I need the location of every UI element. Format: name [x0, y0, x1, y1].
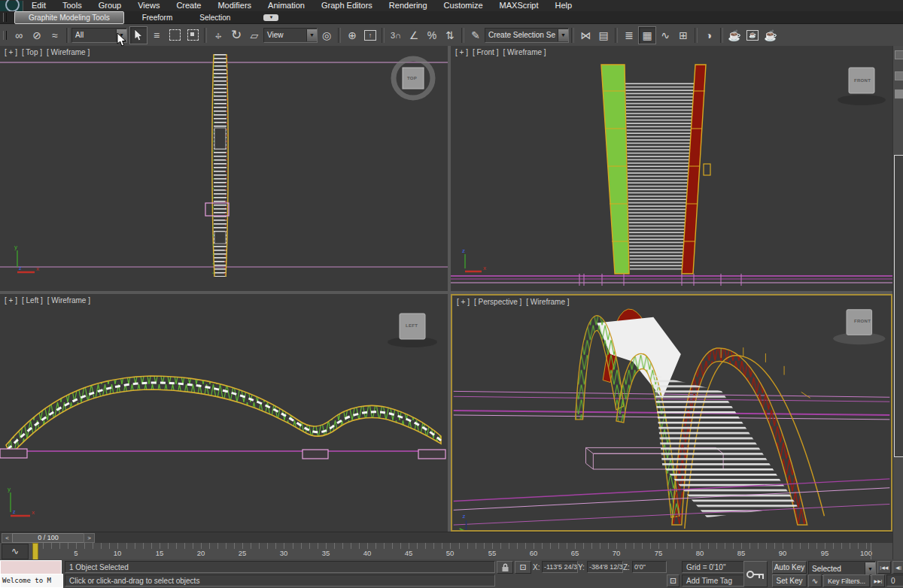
render-setup-icon[interactable]: ☕ — [725, 26, 743, 44]
ribbon-minimize-icon[interactable]: ▼ — [263, 14, 278, 21]
menu-edit[interactable]: Edit — [23, 0, 54, 11]
window-crossing-icon[interactable] — [184, 26, 202, 44]
selection-filter-dropdown[interactable]: All▼ — [71, 28, 127, 43]
viewport-perspective[interactable]: [ + ][ Perspective ][ Wireframe ] — [451, 294, 892, 532]
material-editor-icon[interactable]: ◑ — [700, 26, 718, 44]
chevron-down-icon[interactable]: ▼ — [865, 562, 875, 574]
set-keys-key-icon[interactable] — [743, 561, 768, 587]
tick-label: 75 — [655, 549, 663, 557]
time-slider-next-icon[interactable]: > — [84, 533, 95, 543]
select-object-button[interactable] — [129, 26, 147, 44]
toolbar-grip[interactable] — [3, 31, 7, 40]
selection-set-value: Create Selection Se — [485, 31, 558, 39]
time-slider-prev-icon[interactable]: < — [2, 533, 13, 543]
select-and-move-icon[interactable]: ↔↕ — [209, 26, 227, 44]
tab-graphite-modeling-tools[interactable]: Graphite Modeling Tools — [14, 11, 124, 24]
auto-key-button[interactable]: Auto Key — [772, 561, 807, 574]
selection-lock-icon[interactable] — [497, 561, 513, 574]
menu-modifiers[interactable]: Modifiers — [209, 0, 260, 11]
align-icon[interactable]: ▤ — [594, 26, 613, 44]
menu-group[interactable]: Group — [90, 0, 130, 11]
prev-frame-icon[interactable]: ◀|| — [892, 561, 903, 574]
snaps-toggle-3d-icon[interactable]: 3∩ — [387, 26, 405, 44]
mini-curve-editor-icon[interactable]: ∿ — [2, 544, 29, 559]
select-and-scale-icon[interactable]: ▱ — [245, 26, 263, 44]
menu-animation[interactable]: Animation — [260, 0, 313, 11]
main-toolbar: ∞ ⊘ ≈ All▼ ≡ ↔↕ ↻ ▱ View▼ ◎ ⊕ ↑ 3∩ ∠ % ⇅… — [0, 24, 903, 47]
rendered-frame-window-icon[interactable]: ☕ — [743, 26, 762, 44]
default-in-out-tangent-icon[interactable]: ∿ — [808, 574, 822, 587]
menu-create[interactable]: Create — [168, 0, 209, 11]
schematic-view-icon[interactable]: ⊞ — [674, 26, 692, 44]
select-by-name-icon[interactable]: ≡ — [147, 26, 166, 44]
reference-coordsys-dropdown[interactable]: View▼ — [263, 28, 318, 43]
viewport-front[interactable]: [ + ][ Front ][ Wireframe ] — [451, 46, 892, 291]
spinner-snap-icon[interactable]: ⇅ — [441, 26, 459, 44]
percent-snap-icon[interactable]: % — [423, 26, 441, 44]
menu-rendering[interactable]: Rendering — [381, 0, 436, 11]
menu-help[interactable]: Help — [547, 0, 581, 11]
chevron-down-icon[interactable]: ▼ — [116, 29, 126, 41]
rect-selection-region-icon[interactable] — [166, 26, 184, 44]
menu-graph-editors[interactable]: Graph Editors — [313, 0, 381, 11]
use-pivot-center-icon[interactable]: ◎ — [318, 26, 336, 44]
current-frame-marker[interactable] — [32, 543, 38, 560]
tab-selection[interactable]: Selection — [186, 12, 244, 23]
angle-snap-icon[interactable]: ∠ — [405, 26, 423, 44]
track-bar[interactable]: ∿ 0 5 10 15 20 25 30 35 40 45 50 55 60 6… — [0, 543, 892, 560]
tab-freeform[interactable]: Freeform — [129, 12, 187, 23]
x-coord-field[interactable]: -113'5 24/3 — [542, 561, 578, 573]
command-panel-sliver[interactable] — [892, 46, 903, 559]
y-coord-field[interactable]: -384'8 12/3 — [587, 561, 623, 573]
isolate-toggle-icon[interactable]: ⊡ — [667, 574, 680, 587]
chevron-down-icon[interactable]: ▼ — [558, 29, 568, 41]
y-coord-label: Y: — [578, 563, 585, 571]
viewport-front-label[interactable]: [ + ][ Front ][ Wireframe ] — [455, 48, 546, 56]
key-filters-button[interactable]: Key Filters... — [823, 574, 870, 587]
unlink-icon[interactable]: ⊘ — [28, 26, 46, 44]
render-production-icon[interactable]: ☕ — [762, 26, 780, 44]
viewport-left-label[interactable]: [ + ][ Left ][ Wireframe ] — [5, 296, 90, 305]
menu-maxscript[interactable]: MAXScript — [491, 0, 547, 11]
set-key-button[interactable]: Set Key — [772, 574, 807, 587]
viewcube-front[interactable]: FRONT — [854, 78, 871, 83]
time-slider[interactable]: < 0 / 100 > — [0, 532, 892, 544]
curve-editor-icon[interactable]: ∿ — [656, 26, 674, 44]
time-slider-handle[interactable]: 0 / 100 — [12, 533, 84, 543]
maxscript-listener-output[interactable]: Welcome to M — [0, 574, 63, 588]
viewcube-left[interactable]: LEFT — [406, 323, 418, 328]
ribbon-grip[interactable] — [3, 13, 7, 22]
z-coord-field[interactable]: 0'0" — [632, 561, 667, 573]
add-time-tag[interactable]: Add Time Tag — [682, 574, 748, 586]
select-and-manipulate-icon[interactable]: ⊕ — [343, 26, 361, 44]
named-selection-set-dropdown[interactable]: Create Selection Se▼ — [485, 28, 569, 43]
viewport-top[interactable]: [ + ][ Top ][ Wireframe ] — [0, 46, 448, 291]
viewcube-perspective[interactable]: FRONT — [854, 319, 871, 323]
menu-tools[interactable]: Tools — [54, 0, 90, 11]
select-and-rotate-icon[interactable]: ↻ — [227, 26, 245, 44]
menu-customize[interactable]: Customize — [436, 0, 491, 11]
chevron-down-icon[interactable]: ▼ — [306, 29, 317, 41]
graphite-ribbon-toggle-icon[interactable]: ▦ — [638, 26, 656, 44]
absolute-mode-icon[interactable]: ⊡ — [515, 561, 531, 574]
tick-label: 20 — [197, 549, 205, 557]
manage-layers-icon[interactable]: ≣ — [620, 26, 638, 44]
go-to-start-icon[interactable]: |◀◀ — [877, 561, 891, 574]
svg-text:x: x — [32, 509, 35, 516]
viewport-left[interactable]: [ + ][ Left ][ Wireframe ] — [0, 294, 448, 532]
application-logo-icon[interactable] — [0, 1, 23, 11]
viewport-perspective-label[interactable]: [ + ][ Perspective ][ Wireframe ] — [457, 298, 570, 306]
current-frame-field[interactable]: 0 — [886, 574, 903, 586]
key-mode-dropdown[interactable]: Selected▼ — [808, 561, 876, 576]
keyboard-override-icon[interactable]: ↑ — [361, 26, 379, 44]
viewcube-top[interactable]: TOP — [407, 76, 417, 80]
go-to-end-icon[interactable]: ▶▶| — [871, 574, 885, 587]
viewport-top-label[interactable]: [ + ][ Top ][ Wireframe ] — [5, 48, 90, 56]
select-link-icon[interactable]: ∞ — [10, 26, 28, 44]
named-selection-sets-icon[interactable]: ✎ — [467, 26, 485, 44]
mirror-icon[interactable]: ⋈ — [576, 26, 594, 44]
menu-views[interactable]: Views — [129, 0, 168, 11]
tick-label: 30 — [280, 549, 288, 557]
bind-spacewarp-icon[interactable]: ≈ — [46, 26, 64, 44]
maxscript-listener-input[interactable] — [0, 560, 62, 574]
